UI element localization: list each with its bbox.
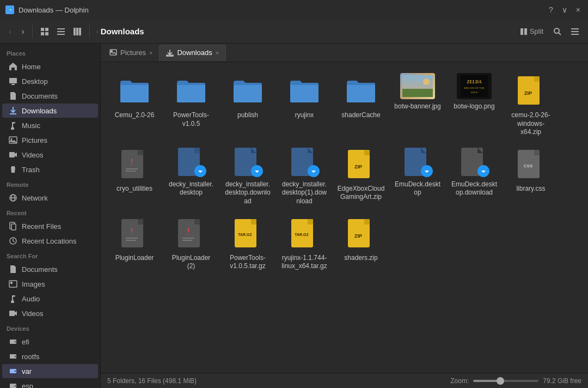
sidebar-item-rootfs-label: rootfs [22,353,91,361]
folder-icon-2 [174,73,209,108]
sidebar-item-network[interactable]: Network [2,191,98,205]
file-item-decky2[interactable]: decky_installer.desktop.download [220,142,275,209]
svg-rect-87 [308,219,313,225]
sidebar-item-home[interactable]: Home [2,59,98,74]
sidebar-item-pictures[interactable]: Pictures [2,133,98,147]
split-button[interactable]: Split [516,25,548,38]
titlebar-left: 🐬 Downloads — Dolphin [5,5,89,14]
file-item-cemu[interactable]: Cemu_2.0-26 [107,69,162,140]
executable-cryo-icon: ! [117,147,152,181]
sidebar-item-documents[interactable]: Documents [2,89,98,103]
file-item-ryujinx[interactable]: ryujinx [277,69,332,140]
sidebar-item-desktop-label: Desktop [22,77,91,86]
file-item-cryo[interactable]: ! cryo_utilities [107,142,162,209]
back-button[interactable]: ‹ [5,25,15,39]
toolbar-right: Split [516,25,583,38]
svg-text:BREATH OF THE: BREATH OF THE [464,87,485,89]
tab-pictures-label: Pictures [120,48,146,57]
file-item-publish[interactable]: publish [220,69,275,140]
toolbar-separator [32,25,33,38]
svg-rect-59 [126,168,138,169]
file-item-botw-logo-label: botw-logo.png [454,102,494,111]
file-item-emudeck-dl[interactable]: EmuDeck.desktop.download [447,142,501,209]
tab-downloads-close[interactable]: × [216,50,219,56]
menu-button[interactable] [567,25,583,38]
file-item-decky3[interactable]: decky_installer.desktop(1).download [277,142,332,209]
sidebar-item-efi-label: efi [22,338,91,346]
file-item-botw-banner[interactable]: botw-banner.jpg [390,69,445,140]
file-item-library-css[interactable]: CSS library.css [504,142,558,209]
sidebar-item-rootfs[interactable]: rootfs [2,349,98,363]
file-item-botw-banner-label: botw-banner.jpg [394,102,440,111]
file-item-shaders-zip[interactable]: ZIP shaders.zip [334,211,388,274]
sidebar-item-search-documents[interactable]: Documents [2,262,98,276]
sidebar-item-efi[interactable]: efi [2,335,98,349]
download-emudeck-icon [459,147,489,177]
zoom-slider[interactable] [473,380,538,382]
forward-button[interactable]: › [18,25,27,39]
svg-text:CSS: CSS [524,163,533,168]
svg-rect-74 [138,219,143,225]
sidebar-item-trash[interactable]: Trash [2,162,98,177]
var-drive-icon [9,367,17,375]
tab-downloads[interactable]: Downloads × [159,45,226,61]
file-content: Cemu_2.0-26 PowerTools-v1.0.5 [101,62,588,373]
help-button[interactable]: ? [547,4,555,15]
targz-ryujinx-icon: TAR.GZ [287,216,322,251]
file-item-shadercache[interactable]: shaderCache [334,69,388,140]
svg-rect-66 [364,150,370,155]
file-item-edge-zip[interactable]: ZIP EdgeXboxCloudGamingArt.zip [334,142,388,209]
tab-pictures-close[interactable]: × [149,50,152,56]
svg-rect-9 [79,28,81,35]
sidebar-item-downloads[interactable]: Downloads [2,104,98,118]
file-item-pluginloader2[interactable]: ! PluginLoader (2) [164,211,218,274]
svg-text:ZELDA: ZELDA [467,80,482,84]
folder-icon-3 [230,73,265,108]
sidebar-item-search-audio[interactable]: Audio [2,292,98,306]
file-item-ryujinx-tar[interactable]: TAR.GZ ryujinx-1.1.744-linux_x64.tar.gz [277,211,332,274]
sidebar-item-music[interactable]: Music [2,118,98,132]
search-images-icon [9,280,17,288]
detail-view-button[interactable] [53,25,69,38]
tab-downloads-label: Downloads [177,48,212,57]
sidebar-item-var-label: var [22,367,91,375]
file-item-botw-logo[interactable]: ZELDA BREATH OF THE WILD botw-logo.png [447,69,501,140]
sidebar-item-recent-locations[interactable]: Recent Locations [2,234,98,248]
sidebar-item-var[interactable]: var [2,364,98,378]
window-controls[interactable]: ? ∨ × [547,4,583,15]
file-item-ryujinx-tar-label: ryujinx-1.1.744-linux_x64.tar.gz [280,254,328,271]
close-button[interactable]: × [574,4,583,15]
tab-pictures[interactable]: Pictures × [103,45,159,61]
videos-icon [9,150,17,159]
file-item-pluginloader[interactable]: ! PluginLoader [107,211,162,274]
svg-rect-31 [9,311,15,316]
svg-rect-16 [571,34,579,35]
icon-view-button[interactable] [37,25,52,38]
svg-point-33 [15,341,16,343]
svg-rect-0 [41,28,44,31]
file-item-decky1-label: decky_installer.desktop [167,180,215,197]
columns-view-button[interactable] [70,25,85,38]
sidebar-item-search-videos[interactable]: Videos [2,306,98,320]
zoom-control: Zoom: 79.2 GiB free [450,377,581,385]
file-item-powertools-tar[interactable]: TAR.GZ PowerTools-v1.0.5.tar.gz [220,211,275,274]
sidebar-item-recent-files[interactable]: Recent Files [2,219,98,233]
svg-rect-14 [571,28,579,29]
search-button[interactable] [550,25,565,38]
file-item-decky1[interactable]: decky_installer.desktop [164,142,218,209]
sidebar-item-esp[interactable]: esp [2,379,98,388]
statusbar: 5 Folders, 16 Files (498.1 MiB) Zoom: 79… [101,373,588,388]
sidebar-section-places: Places [0,46,100,59]
minimize-button[interactable]: ∨ [560,4,569,15]
file-item-decky2-label: decky_installer.desktop.download [224,180,272,206]
sidebar-item-search-images[interactable]: Images [2,277,98,291]
sidebar-item-videos[interactable]: Videos [2,148,98,162]
file-item-cemu-zip[interactable]: ZIP cemu-2.0-26-windows-x64.zip [504,69,558,140]
search-documents-icon [9,265,17,274]
sidebar-item-desktop[interactable]: Desktop [2,74,98,88]
file-item-powertools[interactable]: PowerTools-v1.0.5 [164,69,218,140]
file-item-emudeck-desktop[interactable]: EmuDeck.desktop [390,142,445,209]
file-item-powertools-tar-label: PowerTools-v1.0.5.tar.gz [224,254,272,271]
pictures-icon [9,136,17,144]
svg-rect-62 [194,148,200,153]
